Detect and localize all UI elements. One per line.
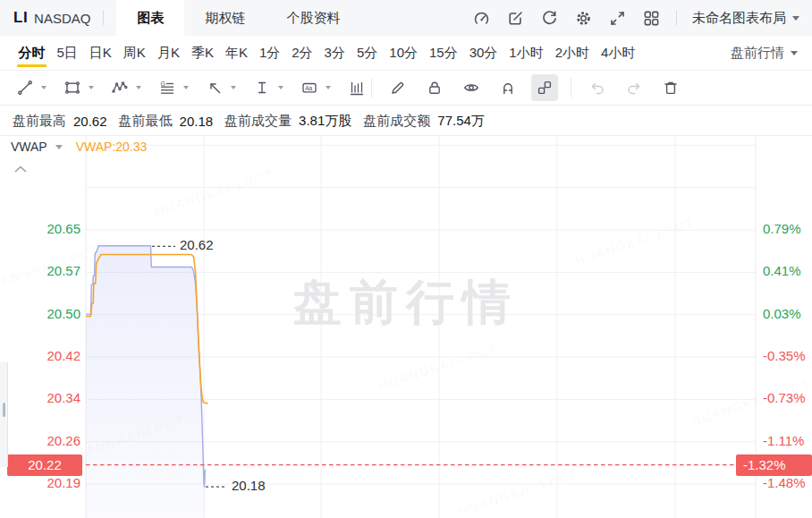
- timeframe-4h[interactable]: 4小时: [596, 36, 641, 70]
- shapes-tool[interactable]: [63, 79, 94, 97]
- chevron-down-icon[interactable]: [183, 86, 189, 89]
- header-tabs: 图表 期权链 个股资料: [116, 0, 360, 36]
- price-axis-label: 20.57: [0, 262, 80, 280]
- gear-icon[interactable]: [574, 9, 593, 28]
- timeframe-1min[interactable]: 1分: [253, 36, 285, 70]
- chevron-down-icon[interactable]: [231, 86, 236, 89]
- percent-axis-label: -0.35%: [763, 347, 806, 365]
- sync-drawings-button[interactable]: [531, 74, 558, 101]
- chevron-down-icon[interactable]: [278, 86, 283, 89]
- magnet-icon: [499, 79, 517, 97]
- divider: [103, 11, 104, 25]
- current-percent-badge: -1.32%: [736, 454, 812, 476]
- redo-button[interactable]: [621, 74, 647, 101]
- chevron-down-icon: [791, 51, 798, 55]
- timeframe-5min[interactable]: 5分: [351, 36, 383, 70]
- trend-line-tool[interactable]: [16, 79, 47, 97]
- premarket-turnover-value: 77.54万: [437, 113, 485, 130]
- svg-text:G: G: [161, 81, 165, 87]
- edit-icon[interactable]: [506, 9, 525, 28]
- current-price-badge: 20.22: [7, 454, 82, 476]
- indicator-legend: VWAP VWAP:20.33: [11, 140, 147, 154]
- timeframe-30min[interactable]: 30分: [463, 36, 503, 70]
- price-axis-label: 20.42: [0, 347, 80, 365]
- chevron-up-icon: [13, 164, 29, 174]
- undo-icon: [588, 79, 606, 97]
- session-selector[interactable]: 盘前行情: [731, 36, 812, 70]
- tab-option-chain[interactable]: 期权链: [184, 0, 266, 36]
- measure-tool[interactable]: [253, 79, 283, 97]
- timeframe-bar: 分时 5日 日K 周K 月K 季K 年K 1分 2分 3分 5分 10分 15分…: [0, 36, 812, 71]
- fib-lines-tool[interactable]: G: [158, 79, 189, 97]
- vwap-readout: VWAP:20.33: [76, 140, 148, 154]
- collapsed-panel-handle[interactable]: [0, 362, 8, 467]
- timeframe-year-k[interactable]: 年K: [219, 36, 253, 70]
- chevron-down-icon[interactable]: [41, 86, 47, 89]
- arrow-tool[interactable]: [206, 79, 236, 97]
- premarket-low-value: 20.18: [180, 114, 214, 129]
- magnet-mode-button[interactable]: [495, 74, 521, 101]
- timeframe-week-k[interactable]: 周K: [117, 36, 151, 70]
- price-axis-label: 20.34: [0, 389, 80, 407]
- divider: [676, 11, 677, 25]
- text-annotation-icon: Aa: [300, 79, 318, 97]
- chevron-down-icon: [792, 16, 799, 21]
- timeframe-2min[interactable]: 2分: [286, 36, 318, 70]
- timeframe-1h[interactable]: 1小时: [503, 36, 549, 70]
- header-actions: 未命名图表布局: [472, 0, 812, 36]
- pattern-tool[interactable]: [111, 79, 141, 97]
- lock-drawings-button[interactable]: [421, 74, 448, 101]
- indicator-name[interactable]: VWAP: [11, 140, 47, 154]
- gauge-icon[interactable]: [472, 9, 491, 28]
- chevron-down-icon[interactable]: [136, 86, 141, 89]
- low-annotation: 20.18: [232, 478, 266, 493]
- lock-icon: [426, 79, 444, 97]
- session-selector-label: 盘前行情: [731, 45, 784, 62]
- percent-axis-label: -0.73%: [763, 389, 806, 407]
- percent-axis-label: 0.41%: [763, 262, 801, 280]
- timeframe-month-k[interactable]: 月K: [151, 36, 185, 70]
- draw-mode-button[interactable]: [385, 74, 411, 101]
- layout-selector[interactable]: 未命名图表布局: [692, 10, 799, 27]
- chevron-down-icon[interactable]: [55, 145, 63, 149]
- eye-icon: [462, 79, 480, 97]
- refresh-icon[interactable]: [540, 9, 559, 28]
- timeframe-10min[interactable]: 10分: [384, 36, 424, 70]
- undo-button[interactable]: [584, 74, 611, 101]
- bars-pattern-tool[interactable]: [348, 79, 366, 97]
- timeframe-quarter-k[interactable]: 季K: [185, 36, 219, 70]
- timeframe-day-k[interactable]: 日K: [83, 36, 117, 70]
- premarket-high-value: 20.62: [73, 114, 107, 129]
- symbol-label[interactable]: LI: [13, 9, 28, 27]
- timeframe-intraday[interactable]: 分时: [13, 36, 51, 70]
- linked-squares-icon: [536, 79, 554, 97]
- fullscreen-icon[interactable]: [608, 9, 627, 28]
- svg-text:Aa: Aa: [305, 85, 312, 91]
- chart-canvas[interactable]: [0, 136, 812, 518]
- premarket-volume-label: 盘前成交量: [224, 113, 292, 130]
- chevron-down-icon[interactable]: [89, 86, 94, 89]
- timeframe-15min[interactable]: 15分: [423, 36, 463, 70]
- symbol-group: LI NASDAQ: [0, 0, 116, 36]
- premarket-high-label: 盘前最高: [13, 113, 66, 130]
- chart-area[interactable]: 盘前行情 VWAP VWAP:20.33 20.6520.5720.5020.4…: [0, 136, 812, 518]
- redo-icon: [625, 79, 643, 97]
- tab-chart[interactable]: 图表: [116, 0, 184, 36]
- timeframe-5d[interactable]: 5日: [51, 36, 83, 70]
- text-tool[interactable]: Aa: [300, 79, 331, 97]
- timeframe-3min[interactable]: 3分: [318, 36, 351, 70]
- hide-drawings-button[interactable]: [458, 74, 485, 101]
- price-axis-label: 20.19: [0, 474, 80, 492]
- collapse-pane-button[interactable]: [13, 162, 29, 173]
- tab-stock-profile[interactable]: 个股资料: [266, 0, 360, 36]
- drag-grip-icon: [3, 403, 5, 417]
- zigzag-pattern-icon: [111, 79, 129, 97]
- trend-line-icon: [16, 79, 34, 97]
- delete-drawings-button[interactable]: [657, 74, 684, 101]
- chevron-down-icon[interactable]: [326, 86, 331, 89]
- apps-grid-icon[interactable]: [642, 9, 661, 28]
- header-bar: LI NASDAQ 图表 期权链 个股资料: [0, 0, 812, 36]
- timeframe-2h[interactable]: 2小时: [549, 36, 595, 70]
- percent-axis-label: -1.11%: [763, 432, 804, 450]
- layout-name-label: 未命名图表布局: [692, 10, 786, 27]
